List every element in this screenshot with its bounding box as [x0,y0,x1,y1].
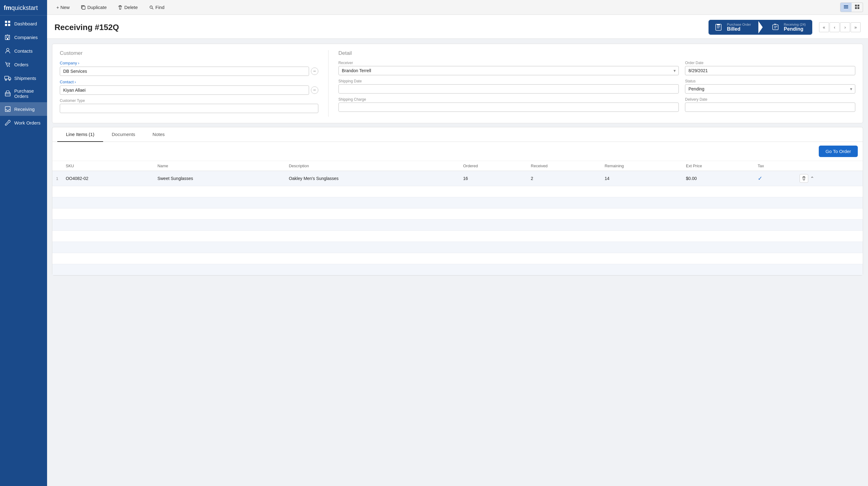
sidebar-item-label: Receiving [14,107,35,112]
customer-type-input[interactable] [60,104,318,113]
list-view-button[interactable] [840,3,851,12]
detail-row-1: Receiver Brandon Terrell Order Date [338,61,855,79]
status-label: Status [685,79,855,83]
content-area: Receiving #152Q Purchase Order Billed [47,15,868,486]
tab-notes[interactable]: Notes [144,127,174,142]
grid-icon [4,20,11,27]
tabs-section: Line Items (1) Documents Notes [52,127,863,142]
sidebar-item-orders[interactable]: Orders [0,58,47,71]
contact-remove-button[interactable]: − [311,86,318,94]
form-section: Customer Company › − Contact [52,44,863,123]
svg-rect-3 [8,24,10,26]
duplicate-button[interactable]: Duplicate [76,3,111,12]
contact-link[interactable]: Contact › [60,80,318,84]
prev-record-button[interactable]: ‹ [830,22,839,32]
empty-row [52,264,863,275]
delete-row-button[interactable] [800,174,808,183]
tax-check-icon: ✓ [758,175,763,182]
collapse-row-button[interactable]: ⌃ [810,176,814,182]
company-input[interactable] [60,67,309,76]
svg-rect-2 [5,24,7,26]
pipeline-step2-value: Pending [784,26,806,32]
empty-row [52,253,863,264]
page-title: Receiving #152Q [55,23,119,32]
find-button[interactable]: Find [145,3,169,12]
company-link-arrow: › [78,61,79,65]
box-icon [4,90,11,97]
svg-point-15 [9,79,10,81]
go-to-order-button[interactable]: Go To Order [819,146,858,157]
pipeline-step-2[interactable]: Receiving (24) Pending [766,20,812,34]
svg-line-21 [152,8,153,9]
inbox-icon [4,105,11,113]
sidebar-item-label: Companies [14,35,38,40]
receiver-field-group: Receiver Brandon Terrell [338,61,679,75]
row-sku: OO4082-02 [62,171,154,186]
sidebar-nav: Dashboard Companies Contacts Orders Ship [0,16,47,129]
sidebar-item-purchase-orders[interactable]: Purchase Orders [0,85,47,102]
col-sku: SKU [62,161,154,171]
svg-rect-26 [858,5,859,6]
last-record-button[interactable]: » [851,22,861,32]
svg-rect-5 [6,36,7,37]
svg-rect-1 [8,21,10,23]
status-select[interactable]: Pending [685,84,855,94]
sidebar-item-companies[interactable]: Companies [0,30,47,44]
svg-rect-27 [855,7,857,9]
line-items-toolbar: Go To Order [52,142,863,161]
shipping-charge-input[interactable] [338,102,679,112]
contact-input[interactable] [60,86,309,95]
col-ext-price: Ext Price [682,161,754,171]
sidebar-item-receiving[interactable]: Receiving [0,102,47,116]
new-button[interactable]: + New [52,3,74,12]
delivery-date-input[interactable] [685,102,855,112]
contact-link-label: Contact [60,80,74,84]
row-received: 2 [527,171,601,186]
detail-section-title: Detail [338,50,855,56]
logo-fm: fm [4,4,11,11]
table-row: 1 OO4082-02 Sweet Sunglasses Oakley Men'… [52,171,863,186]
company-link[interactable]: Company › [60,61,318,65]
col-ordered: Ordered [459,161,527,171]
logo-qs: quickstart [11,4,38,11]
order-date-input[interactable] [685,66,855,75]
svg-point-12 [9,66,10,67]
sidebar-item-work-orders[interactable]: Work Orders [0,116,47,129]
sidebar-item-shipments[interactable]: Shipments [0,71,47,85]
order-date-label: Order Date [685,61,855,65]
company-remove-button[interactable]: − [311,67,318,75]
sidebar-item-label: Contacts [14,48,32,54]
sidebar-item-label: Orders [14,62,29,67]
shipping-charge-field-group: Shipping Charge [338,97,679,112]
building-icon [4,34,11,40]
nav-arrows: « ‹ › » [819,22,861,32]
line-items-area: Go To Order SKU Name Description Ordered… [52,142,863,276]
sidebar-item-label: Purchase Orders [14,88,43,99]
col-actions [796,161,863,171]
sidebar: fmquickstart Dashboard Companies Contact… [0,0,47,486]
svg-rect-25 [855,5,857,6]
pipeline-arrow [757,20,766,34]
first-record-button[interactable]: « [819,22,829,32]
tab-documents[interactable]: Documents [103,127,144,142]
status-field-group: Status Pending [685,79,855,94]
tab-line-items[interactable]: Line Items (1) [57,127,103,142]
sidebar-item-dashboard[interactable]: Dashboard [0,17,47,30]
next-record-button[interactable]: › [840,22,850,32]
status-pipeline: Purchase Order Billed Receiving (24) Pen… [709,20,812,35]
row-description: Oakley Men's Sunglasses [285,171,460,186]
svg-marker-33 [758,21,763,33]
pipeline-step-1[interactable]: Purchase Order Billed [709,20,757,34]
company-field-group: Company › − [60,61,318,76]
receiver-select[interactable]: Brandon Terrell [338,66,679,75]
empty-row [52,186,863,197]
customer-type-label: Customer Type [60,98,318,103]
customer-section-title: Customer [60,50,318,56]
truck-icon [4,74,11,82]
delete-button[interactable]: Delete [113,3,142,12]
shipping-date-input[interactable] [338,84,679,94]
col-received: Received [527,161,601,171]
grid-view-button[interactable] [851,3,863,12]
toolbar: + New Duplicate Delete Find [47,0,868,15]
sidebar-item-contacts[interactable]: Contacts [0,44,47,58]
